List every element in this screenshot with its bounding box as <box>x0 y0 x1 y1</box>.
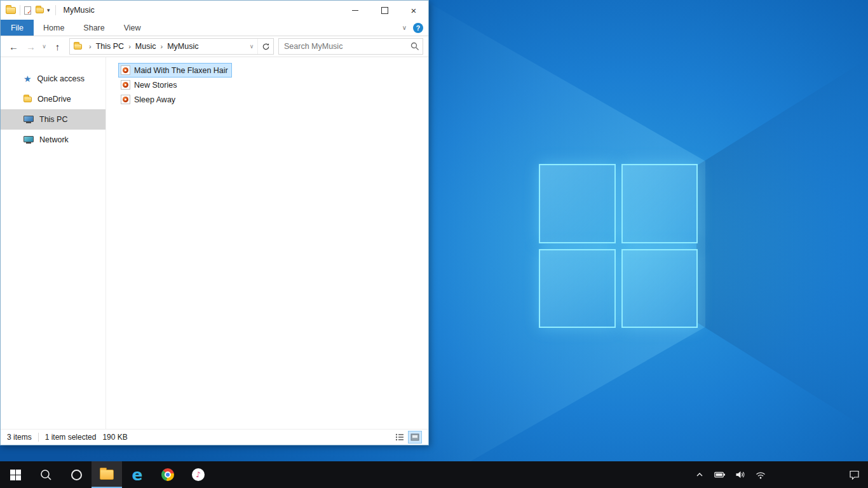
file-name: New Stories <box>134 81 177 90</box>
battery-icon <box>714 471 726 478</box>
audio-file-icon <box>121 95 130 104</box>
internet-explorer-icon: e <box>132 467 143 483</box>
battery-tray-button[interactable] <box>712 461 728 488</box>
refresh-icon <box>262 43 270 51</box>
refresh-button[interactable] <box>257 39 273 54</box>
wifi-icon <box>756 471 766 479</box>
action-center-button[interactable] <box>840 461 868 488</box>
qat-properties-icon[interactable]: ✓ <box>24 6 31 15</box>
network-tray-button[interactable] <box>752 461 769 488</box>
file-item-new-stories[interactable]: New Stories <box>118 78 180 92</box>
audio-file-icon <box>121 80 130 90</box>
title-bar: ✓ ▾ MyMusic × <box>1 1 428 20</box>
status-separator <box>38 433 39 442</box>
file-item-maid-with-the-flaxen-hair[interactable]: Maid With The Flaxen Hair <box>118 63 232 78</box>
itunes-icon: ♪ <box>192 468 205 481</box>
status-selection-size: 190 KB <box>102 433 127 442</box>
status-items-count: 3 items <box>7 433 32 442</box>
taskbar-internet-explorer-button[interactable]: e <box>122 461 153 488</box>
ribbon-collapse-icon[interactable]: ∨ <box>402 24 407 31</box>
windows-logo-pane <box>539 249 616 329</box>
volume-tray-button[interactable] <box>732 461 749 488</box>
navigation-toolbar: ← → ∨ ↑ › This PC › Music › MyMusic ∨ <box>1 36 428 57</box>
search-box <box>278 38 423 55</box>
file-list: Maid With The Flaxen Hair New Stories Sl… <box>118 63 428 107</box>
minimize-icon <box>352 10 358 11</box>
search-icon <box>40 469 52 481</box>
address-bar[interactable]: › This PC › Music › MyMusic ∨ <box>69 38 274 55</box>
tab-home[interactable]: Home <box>34 20 74 36</box>
breadcrumb-separator-icon: › <box>160 43 163 50</box>
qat-new-folder-icon[interactable] <box>36 8 44 13</box>
breadcrumb-mymusic[interactable]: MyMusic <box>166 41 200 52</box>
taskbar: e ♪ <box>0 461 868 488</box>
breadcrumb-music[interactable]: Music <box>134 41 158 52</box>
windows-logo-wallpaper <box>539 164 698 328</box>
close-button[interactable]: × <box>399 1 428 20</box>
maximize-button[interactable] <box>370 1 399 20</box>
titlebar-separator <box>55 5 56 15</box>
minimize-button[interactable] <box>341 1 370 20</box>
tab-view[interactable]: View <box>114 20 151 36</box>
quick-access-star-icon: ★ <box>24 74 32 83</box>
sidebar-item-onedrive[interactable]: OneDrive <box>1 89 105 109</box>
sidebar-item-label: This PC <box>39 115 67 124</box>
file-list-pane: Maid With The Flaxen Hair New Stories Sl… <box>106 57 428 429</box>
start-button[interactable] <box>0 461 31 488</box>
check-icon: ✓ <box>27 10 32 15</box>
this-pc-icon <box>24 116 34 123</box>
file-explorer-icon <box>100 470 114 480</box>
sidebar-item-this-pc[interactable]: This PC <box>1 109 105 130</box>
search-input[interactable] <box>278 38 423 55</box>
sidebar-item-label: Quick access <box>37 74 85 83</box>
action-center-icon <box>849 470 860 480</box>
file-item-sleep-away[interactable]: Sleep Away <box>118 92 179 107</box>
help-button[interactable]: ? <box>413 23 423 33</box>
forward-button[interactable]: → <box>23 38 39 55</box>
breadcrumb-separator-icon: › <box>128 43 131 50</box>
sidebar-item-quick-access[interactable]: ★ Quick access <box>1 69 105 89</box>
breadcrumb-this-pc[interactable]: This PC <box>95 41 125 52</box>
titlebar-separator <box>20 5 20 15</box>
details-view-icon <box>395 433 404 441</box>
tab-file[interactable]: File <box>1 20 34 36</box>
address-folder-icon <box>74 44 82 50</box>
window-folder-icon[interactable] <box>6 7 16 14</box>
cortana-button[interactable] <box>61 461 92 488</box>
windows-start-icon <box>10 470 21 480</box>
file-name: Sleep Away <box>134 95 175 104</box>
sidebar-item-network[interactable]: Network <box>1 130 105 150</box>
breadcrumb: › This PC › Music › MyMusic <box>70 41 246 52</box>
audio-file-icon <box>121 65 130 75</box>
status-bar: 3 items 1 item selected 190 KB <box>1 429 428 445</box>
caption-buttons: × <box>341 1 428 20</box>
taskbar-search-button[interactable] <box>31 461 61 488</box>
cortana-icon <box>71 470 82 480</box>
wallpaper-shadow-beam <box>696 0 868 488</box>
tray-overflow-button[interactable] <box>691 461 708 488</box>
large-icons-view-button[interactable] <box>408 431 422 444</box>
taskbar-itunes-button[interactable]: ♪ <box>183 461 214 488</box>
search-icon[interactable] <box>410 42 419 51</box>
navigation-pane: ★ Quick access OneDrive This PC Network <box>1 57 106 429</box>
maximize-icon <box>381 7 388 14</box>
windows-logo-pane <box>621 249 698 329</box>
window-body: ★ Quick access OneDrive This PC Network … <box>1 57 428 429</box>
details-view-button[interactable] <box>393 431 407 444</box>
close-icon: × <box>411 6 417 15</box>
network-icon <box>24 136 34 144</box>
onedrive-icon <box>24 97 32 102</box>
qat-dropdown-icon[interactable]: ▾ <box>46 6 51 15</box>
sidebar-item-label: Network <box>39 135 69 144</box>
up-button[interactable]: ↑ <box>50 38 65 55</box>
chrome-icon <box>161 468 174 481</box>
taskbar-chrome-button[interactable] <box>153 461 183 488</box>
window-title: MyMusic <box>64 6 95 15</box>
taskbar-file-explorer-button[interactable] <box>92 461 122 488</box>
recent-locations-icon[interactable]: ∨ <box>40 38 48 55</box>
back-button[interactable]: ← <box>6 38 22 55</box>
breadcrumb-separator-icon: › <box>89 43 92 50</box>
tab-share[interactable]: Share <box>74 20 114 36</box>
address-dropdown-icon[interactable]: ∨ <box>246 43 257 50</box>
view-toggles <box>393 431 422 444</box>
